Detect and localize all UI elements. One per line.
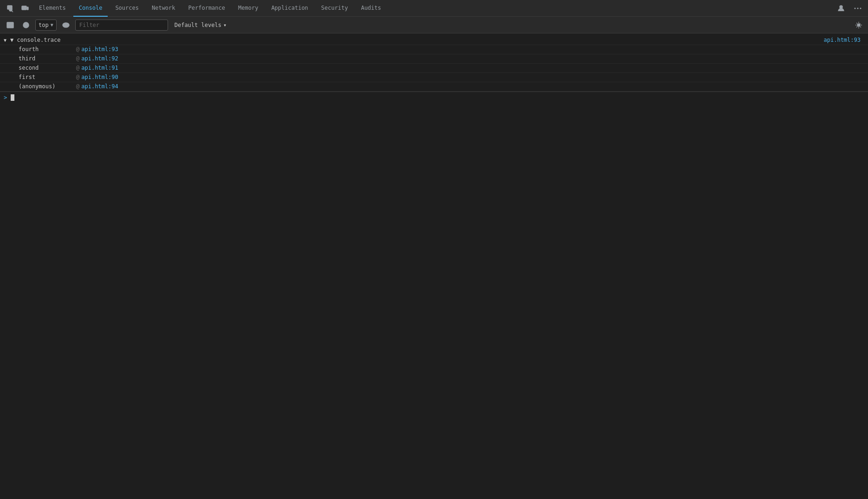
stack-link-second[interactable]: api.html:91 [81, 65, 118, 71]
stack-entry-second: second @ api.html:91 [0, 64, 868, 73]
stack-entry-fourth: fourth @ api.html:93 [0, 45, 868, 54]
stack-entry-anonymous: (anonymous) @ api.html:94 [0, 82, 868, 92]
stack-link-first[interactable]: api.html:90 [81, 74, 118, 80]
clear-console-button[interactable] [19, 20, 32, 31]
device-toolbar-button[interactable] [19, 3, 32, 14]
devtools-window: Elements Console Sources Network Perform… [0, 0, 868, 499]
console-cursor [11, 94, 14, 101]
stack-link-fourth[interactable]: api.html:93 [81, 46, 118, 53]
svg-point-7 [860, 7, 862, 9]
svg-point-6 [857, 7, 859, 9]
sidebar-toggle-button[interactable] [4, 20, 17, 31]
tab-network[interactable]: Network [146, 0, 181, 17]
tab-elements[interactable]: Elements [33, 0, 71, 17]
svg-point-1 [9, 8, 12, 11]
trace-location-link[interactable]: api.html:93 [824, 37, 864, 43]
tab-sources[interactable]: Sources [110, 0, 144, 17]
log-levels-button[interactable]: Default levels ▾ [171, 20, 230, 31]
tab-far-right [835, 3, 864, 14]
settings-button[interactable] [853, 20, 864, 31]
svg-rect-2 [22, 6, 26, 10]
levels-dropdown-arrow: ▾ [223, 22, 227, 28]
stack-entry-third: third @ api.html:92 [0, 54, 868, 64]
tab-application[interactable]: Application [266, 0, 313, 17]
stack-link-anonymous[interactable]: api.html:94 [81, 83, 118, 90]
tabs-bar: Elements Console Sources Network Perform… [0, 0, 868, 17]
inspect-element-button[interactable] [4, 3, 17, 14]
context-select-arrow: ▼ [51, 22, 53, 27]
console-empty-space [0, 103, 868, 497]
trace-toggle[interactable]: ▼ [4, 38, 6, 43]
svg-point-5 [855, 7, 856, 9]
console-input-line[interactable]: > [0, 92, 868, 103]
console-prompt: > [4, 94, 7, 101]
svg-rect-3 [27, 7, 28, 10]
svg-rect-8 [7, 22, 13, 28]
tab-memory[interactable]: Memory [233, 0, 264, 17]
console-trace-entry: ▼ ▼ console.trace api.html:93 [0, 35, 868, 45]
tab-audits[interactable]: Audits [356, 0, 387, 17]
svg-point-11 [65, 24, 67, 26]
context-selector[interactable]: top ▼ [35, 20, 57, 31]
filter-input[interactable] [75, 20, 168, 31]
stack-link-third[interactable]: api.html:92 [81, 55, 118, 62]
tab-security[interactable]: Security [316, 0, 354, 17]
user-settings-button[interactable] [835, 3, 848, 14]
tab-performance[interactable]: Performance [183, 0, 231, 17]
more-options-button[interactable] [851, 3, 864, 14]
live-expressions-button[interactable] [59, 20, 72, 31]
console-output: ▼ ▼ console.trace api.html:93 fourth @ a… [0, 33, 868, 499]
svg-point-4 [840, 6, 842, 8]
stack-entry-first: first @ api.html:90 [0, 73, 868, 82]
console-toolbar: top ▼ Default levels ▾ [0, 17, 868, 33]
trace-label: ▼ console.trace [10, 37, 60, 43]
tab-console[interactable]: Console [73, 0, 108, 17]
